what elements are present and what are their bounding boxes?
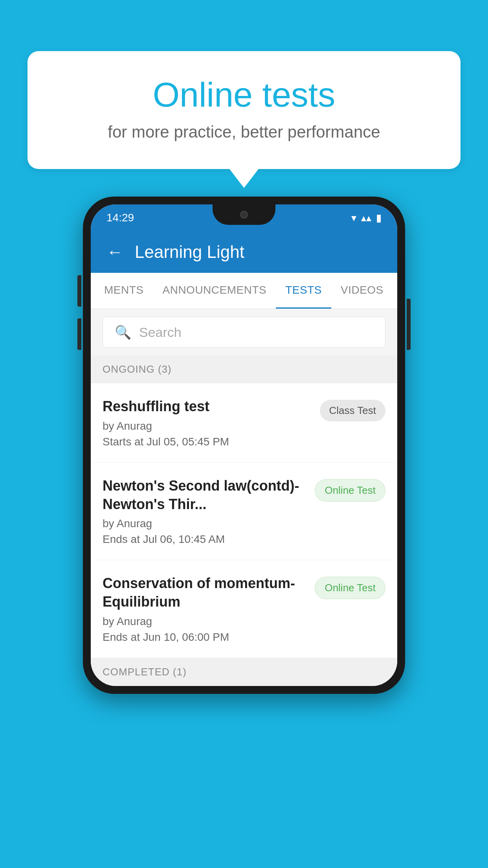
test-badge-online: Online Test [315,479,385,502]
test-badge-class: Class Test [320,400,385,421]
search-input[interactable]: Search [139,325,182,340]
app-title: Learning Light [135,242,244,262]
volume-up-button[interactable] [77,275,81,307]
notch [213,204,275,225]
speech-bubble-container: Online tests for more practice, better p… [28,51,460,169]
test-name: Newton's Second law(contd)-Newton's Thir… [103,477,307,514]
camera-icon [240,211,248,219]
app-header: ← Learning Light [91,231,397,273]
signal-icon: ▴▴ [361,212,371,224]
phone-container: 14:29 ▾ ▴▴ ▮ ← Learning Light MENTS [83,197,405,694]
test-date: Starts at Jul 05, 05:45 PM [103,436,312,448]
test-by: by Anurag [103,615,307,628]
tab-videos[interactable]: VIDEOS [331,273,393,309]
test-info: Newton's Second law(contd)-Newton's Thir… [103,477,315,546]
test-item[interactable]: Reshuffling test by Anurag Starts at Jul… [91,383,397,463]
search-bar[interactable]: 🔍 Search [103,317,385,348]
phone-frame: 14:29 ▾ ▴▴ ▮ ← Learning Light MENTS [83,197,405,694]
test-name: Conservation of momentum-Equilibrium [103,574,307,611]
volume-down-button[interactable] [77,318,81,350]
test-list: Reshuffling test by Anurag Starts at Jul… [91,383,397,658]
phone-screen: 14:29 ▾ ▴▴ ▮ ← Learning Light MENTS [91,204,397,686]
back-button[interactable]: ← [106,243,123,261]
speech-bubble-subtitle: for more practice, better performance [59,123,429,142]
tab-ments[interactable]: MENTS [95,273,153,309]
speech-bubble-title: Online tests [59,75,429,115]
test-date: Ends at Jun 10, 06:00 PM [103,631,307,644]
ongoing-section-header: ONGOING (3) [91,355,397,383]
test-badge-online: Online Test [315,577,385,599]
test-item[interactable]: Conservation of momentum-Equilibrium by … [91,560,397,658]
search-container: 🔍 Search [91,309,397,355]
tab-tests[interactable]: TESTS [276,273,331,309]
status-icons: ▾ ▴▴ ▮ [351,212,382,224]
test-info: Conservation of momentum-Equilibrium by … [103,574,315,644]
wifi-icon: ▾ [351,212,356,224]
battery-icon: ▮ [376,212,382,224]
completed-section-header: COMPLETED (1) [91,658,397,686]
test-info: Reshuffling test by Anurag Starts at Jul… [103,397,320,448]
test-date: Ends at Jul 06, 10:45 AM [103,533,307,546]
search-icon: 🔍 [115,324,131,340]
test-by: by Anurag [103,517,307,530]
status-time: 14:29 [106,211,134,224]
tabs-bar: MENTS ANNOUNCEMENTS TESTS VIDEOS [91,273,397,309]
tab-announcements[interactable]: ANNOUNCEMENTS [153,273,276,309]
speech-bubble: Online tests for more practice, better p… [28,51,460,169]
test-by: by Anurag [103,420,312,432]
test-name: Reshuffling test [103,397,312,416]
status-bar: 14:29 ▾ ▴▴ ▮ [91,204,397,231]
power-button[interactable] [407,299,411,350]
test-item[interactable]: Newton's Second law(contd)-Newton's Thir… [91,463,397,561]
